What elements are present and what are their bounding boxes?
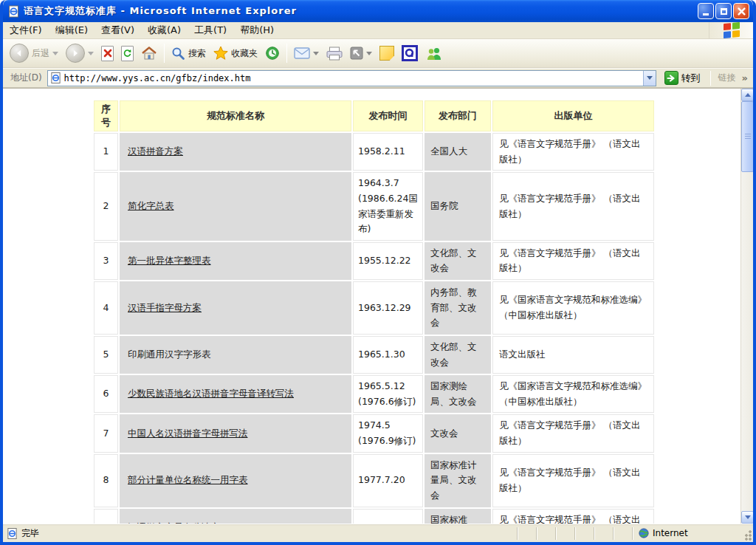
- menu-bar: 文件(F) 编辑(E) 查看(V) 收藏(A) 工具(T) 帮助(H): [3, 22, 753, 39]
- cell-dept: 文化部、文改会: [425, 336, 491, 374]
- cell-no: 6: [94, 375, 118, 413]
- ie-page-icon: [7, 5, 20, 18]
- table-header-row: 序号 规范标准名称 发布时间 发布部门 出版单位: [94, 100, 654, 131]
- print-icon: [326, 47, 343, 61]
- cell-dept: 国务院: [425, 172, 491, 241]
- cell-no: 5: [94, 336, 118, 374]
- go-arrow-icon: [664, 71, 678, 85]
- status-pane: [517, 527, 536, 540]
- table-row: 6少数民族语地名汉语拼音字母音译转写法1965.5.12 (1976.6修订)国…: [94, 375, 654, 413]
- security-zone-pane: Internet: [632, 527, 743, 540]
- cell-dept: 文化部、文改会: [425, 242, 491, 280]
- history-button[interactable]: [261, 44, 284, 63]
- cell-date: 1974.5 (1976.9修订): [353, 414, 423, 452]
- address-label: 地址(D): [5, 72, 47, 84]
- forward-button[interactable]: [62, 41, 97, 65]
- internet-globe-icon: [639, 528, 649, 538]
- messenger-button[interactable]: [422, 44, 447, 63]
- standard-link[interactable]: 汉语手指字母方案: [128, 302, 202, 313]
- home-button[interactable]: [137, 44, 161, 62]
- scrollbar-thumb[interactable]: [741, 101, 753, 172]
- table-row: 7中国人名汉语拼音字母拼写法1974.5 (1976.9修订)文改会见《语言文字…: [94, 414, 654, 452]
- messenger-people-icon: [425, 47, 443, 61]
- page-favicon-icon: [50, 72, 61, 83]
- cell-dept: 文改会: [425, 414, 491, 452]
- cell-dept: 内务部、教育部、文改会: [425, 281, 491, 335]
- favorites-button[interactable]: 收藏夹: [210, 44, 261, 63]
- forward-icon: [66, 44, 85, 63]
- window-title: 语言文字规范标准库 - Microsoft Internet Explorer: [24, 4, 696, 18]
- status-pane: [613, 527, 632, 540]
- table-row: 3第一批异体字整理表1955.12.22文化部、文改会见《语言文字规范手册》 （…: [94, 242, 654, 280]
- address-bar: 地址(D) http://www.yys.ac.cn/gfbz/index.ht…: [3, 68, 753, 88]
- cell-name: 汉语拼音字母名称读音: [120, 509, 351, 524]
- standard-link[interactable]: 部分计量单位名称统一用字表: [128, 474, 248, 485]
- toolbar-separator: [286, 44, 287, 63]
- menu-file[interactable]: 文件(F): [3, 22, 49, 38]
- go-label: 转到: [681, 72, 701, 85]
- search-button[interactable]: 搜索: [168, 44, 210, 63]
- close-icon: [738, 7, 746, 16]
- address-input[interactable]: http://www.yys.ac.cn/gfbz/index.htm: [47, 70, 656, 86]
- cell-name: 汉语手指字母方案: [120, 281, 351, 335]
- standard-link[interactable]: 汉语拼音字母名称读音: [128, 521, 220, 524]
- mail-dropdown-icon: [313, 52, 319, 55]
- cell-date: 1958.2.11: [353, 133, 423, 171]
- cell-no: 3: [94, 242, 118, 280]
- browser-window: 语言文字规范标准库 - Microsoft Internet Explorer …: [0, 0, 756, 545]
- cell-dept: 国家标准局、文改会: [425, 509, 491, 524]
- standard-link[interactable]: 中国人名汉语拼音字母拼写法: [128, 428, 248, 439]
- scroll-down-button[interactable]: [741, 511, 753, 524]
- standard-link[interactable]: 少数民族语地名汉语拼音字母音译转写法: [128, 388, 294, 399]
- table-row: 2简化字总表1964.3.7 (1986.6.24国家语委重新发布)国务院见《语…: [94, 172, 654, 241]
- status-page-icon: [7, 528, 18, 539]
- standard-link[interactable]: 简化字总表: [128, 200, 174, 211]
- menu-view[interactable]: 查看(V): [94, 22, 141, 38]
- refresh-button[interactable]: [117, 44, 137, 64]
- links-label[interactable]: 链接: [712, 72, 742, 84]
- cell-date: 1982.8.17: [353, 509, 423, 524]
- header-no: 序号: [94, 100, 118, 131]
- table-row: 4汉语手指字母方案1963.12.29内务部、教育部、文改会见《国家语言文字规范…: [94, 281, 654, 335]
- standard-link[interactable]: 汉语拼音方案: [128, 145, 183, 157]
- header-date: 发布时间: [353, 100, 423, 131]
- menu-favorites[interactable]: 收藏(A): [141, 22, 188, 38]
- status-pane: [536, 527, 555, 540]
- cell-publisher: 见《语言文字规范手册》 （语文出版社）: [492, 414, 654, 452]
- standard-link[interactable]: 第一批异体字整理表: [128, 255, 211, 266]
- cell-name: 汉语拼音方案: [120, 133, 351, 171]
- notes-button[interactable]: [376, 44, 398, 63]
- cell-dept: 国家标准计量局、文改会: [425, 454, 491, 507]
- table-row: 1汉语拼音方案1958.2.11全国人大见《语言文字规范手册》 （语文出版社）: [94, 133, 654, 171]
- windows-logo-box: [709, 22, 753, 38]
- scroll-down-icon: [745, 515, 751, 519]
- chevron-double-icon[interactable]: »: [742, 72, 751, 83]
- maximize-button[interactable]: [715, 3, 732, 19]
- history-icon: [265, 46, 280, 61]
- stop-icon: [101, 46, 114, 61]
- go-button[interactable]: 转到: [660, 70, 705, 86]
- mail-button[interactable]: [290, 45, 323, 61]
- scroll-up-button[interactable]: [741, 89, 753, 101]
- menu-spacer: [281, 22, 709, 38]
- address-dropdown-button[interactable]: [643, 71, 656, 86]
- header-name: 规范标准名称: [120, 100, 351, 131]
- menu-help[interactable]: 帮助(H): [233, 22, 281, 38]
- status-bar: 完毕 Internet: [3, 524, 753, 542]
- back-button[interactable]: 后退: [6, 41, 62, 65]
- q-tool-button[interactable]: [398, 43, 422, 64]
- cell-date: 1963.12.29: [353, 281, 423, 335]
- cell-date: 1964.3.7 (1986.6.24国家语委重新发布): [353, 172, 423, 241]
- menu-edit[interactable]: 编辑(E): [49, 22, 94, 38]
- edit-button[interactable]: [346, 44, 376, 62]
- cell-no: 1: [94, 133, 118, 171]
- stop-button[interactable]: [97, 44, 117, 64]
- minimize-button[interactable]: [698, 3, 714, 19]
- resize-grip[interactable]: [743, 527, 753, 542]
- vertical-scrollbar[interactable]: [740, 89, 753, 524]
- close-button[interactable]: [733, 3, 749, 19]
- header-publisher: 出版单位: [492, 100, 654, 131]
- print-button[interactable]: [323, 44, 346, 63]
- search-label: 搜索: [188, 47, 206, 60]
- menu-tools[interactable]: 工具(T): [188, 22, 233, 38]
